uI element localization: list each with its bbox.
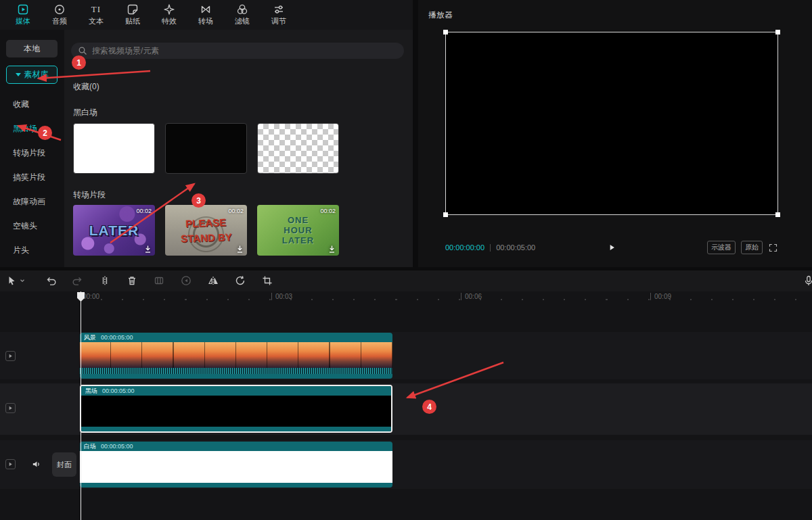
timeline: 00:00 00:03 00:06 00:09 风景 00:00:05:00 黑…	[0, 291, 812, 520]
library-button[interactable]: 素材库	[6, 66, 58, 84]
delete-button[interactable]	[126, 275, 138, 287]
sidebar-item-bw-field[interactable]: 黑白场	[0, 116, 64, 141]
reverse-button[interactable]	[180, 275, 192, 287]
ruler-label: 00:03	[271, 293, 292, 300]
library-category-list: 收藏 黑白场 转场片段 搞笑片段 故障动画 空镜头 片头	[0, 92, 64, 262]
track-toggle-icon[interactable]	[5, 351, 16, 361]
annotation-step-3: 3	[191, 193, 206, 208]
track-toggle-icon[interactable]	[5, 459, 16, 469]
freeze-frame-button[interactable]	[153, 275, 165, 287]
mute-icon[interactable]	[30, 458, 42, 470]
audio-icon	[53, 3, 66, 16]
tab-label: 文本	[89, 16, 104, 26]
media-icon	[17, 3, 29, 16]
player-title: 播放器	[428, 9, 453, 21]
ruler-label: 00:00	[83, 293, 99, 300]
play-button[interactable]	[604, 240, 619, 255]
select-tool-button[interactable]	[5, 275, 18, 287]
clip-header: 风景 00:00:05:00	[80, 333, 392, 342]
caption-line: LATER	[89, 222, 139, 239]
library-content: 搜索视频场景/元素 收藏(0) 黑白场 转场片段 LATER 00:02 PLE…	[64, 30, 413, 267]
rotate-button[interactable]	[234, 275, 246, 287]
mirror-button[interactable]	[207, 275, 219, 287]
tab-label: 贴纸	[125, 16, 140, 26]
tab-text[interactable]: TI 文本	[78, 1, 114, 28]
library-sidebar: 本地 素材库 收藏 黑白场 转场片段 搞笑片段 故障动画 空镜头 片头	[0, 30, 64, 267]
clip-duration: 00:00:05:00	[101, 334, 133, 341]
clip-black-field-selected[interactable]: 黑场 00:00:05:00	[80, 385, 392, 433]
split-button[interactable]	[99, 275, 111, 287]
bw-section-title: 黑白场	[73, 107, 97, 118]
undo-button[interactable]	[45, 275, 57, 287]
tab-media[interactable]: 媒体	[5, 1, 41, 28]
library-button-label: 素材库	[24, 69, 49, 80]
text-icon: TI	[91, 3, 101, 16]
tab-effects[interactable]: 特效	[151, 1, 187, 28]
tab-audio[interactable]: 音频	[41, 1, 78, 28]
fullscreen-icon[interactable]	[768, 243, 778, 253]
time-ruler[interactable]: 00:00 00:03 00:06 00:09	[80, 291, 812, 302]
ruler-label: 00:06	[461, 293, 482, 300]
duration-badge: 00:02	[320, 208, 336, 214]
thumb-white-field[interactable]	[73, 123, 155, 174]
clip-body	[80, 451, 392, 483]
download-icon[interactable]	[143, 245, 152, 254]
thumb-later[interactable]: LATER 00:02	[73, 205, 155, 256]
tab-adjust[interactable]: 调节	[261, 1, 297, 28]
tab-transition[interactable]: 转场	[187, 1, 224, 28]
player-right-controls: 示波器 原始	[707, 241, 778, 254]
download-icon[interactable]	[235, 245, 244, 254]
selection-handle[interactable]	[775, 30, 780, 34]
transition-icon	[200, 3, 212, 16]
clip-scenery[interactable]: 风景 00:00:05:00	[80, 333, 392, 379]
clip-waveform	[80, 368, 392, 374]
duration-badge: 00:02	[228, 208, 244, 214]
search-placeholder: 搜索视频场景/元素	[92, 45, 159, 57]
annotation-step-1: 1	[72, 55, 86, 70]
favorites-section-title: 收藏(0)	[73, 81, 99, 93]
sidebar-item-transition-clips[interactable]: 转场片段	[0, 141, 64, 165]
track-toggle-icon[interactable]	[5, 403, 16, 413]
clip-duration: 00:00:05:00	[102, 387, 135, 394]
clip-footer	[80, 374, 392, 379]
thumb-transparent-field[interactable]	[257, 123, 339, 174]
record-audio-icon[interactable]	[803, 275, 812, 287]
current-time: 00:00:00:00	[445, 243, 484, 252]
selection-handle[interactable]	[775, 212, 780, 217]
scope-button[interactable]: 示波器	[707, 241, 736, 254]
select-tool-dropdown[interactable]	[18, 277, 26, 285]
tab-sticker[interactable]: 贴纸	[114, 1, 151, 28]
sidebar-item-funny-clips[interactable]: 搞笑片段	[0, 165, 64, 189]
download-icon[interactable]	[328, 245, 336, 254]
sidebar-item-glitch-anim[interactable]: 故障动画	[0, 189, 64, 214]
time-divider	[490, 244, 491, 252]
effects-icon	[163, 3, 175, 16]
cover-button[interactable]: 封面	[52, 452, 76, 477]
crop-button[interactable]	[261, 275, 273, 287]
tab-filter[interactable]: 滤镜	[224, 1, 261, 28]
sidebar-item-intro[interactable]: 片头	[0, 238, 64, 262]
redo-button[interactable]	[72, 275, 84, 287]
thumb-black-field[interactable]	[165, 123, 247, 174]
clip-white-field[interactable]: 白场 00:00:05:00	[80, 442, 392, 488]
sidebar-item-empty-shot[interactable]: 空镜头	[0, 214, 64, 238]
search-input[interactable]: 搜索视频场景/元素	[71, 43, 404, 59]
annotation-step-4: 4	[422, 400, 436, 414]
clip-filmstrip	[80, 342, 392, 368]
selection-handle[interactable]	[443, 212, 448, 217]
local-button[interactable]: 本地	[6, 40, 58, 57]
main-nav: 媒体 音频 TI 文本 贴纸 特效	[0, 0, 413, 30]
selection-handle[interactable]	[443, 30, 448, 34]
capcut-window: 媒体 音频 TI 文本 贴纸 特效	[0, 0, 812, 520]
tab-label: 特效	[162, 16, 177, 26]
playhead[interactable]	[81, 291, 81, 520]
caret-down-icon	[16, 73, 21, 76]
sidebar-item-favorites[interactable]: 收藏	[0, 92, 64, 116]
original-ratio-button[interactable]: 原始	[741, 241, 763, 254]
thumb-please-stand-by[interactable]: PLEASE STAND BY 00:02	[165, 205, 247, 256]
video-preview[interactable]	[445, 32, 778, 215]
tab-label: 转场	[198, 16, 213, 26]
thumb-one-hour-later[interactable]: ONE HOUR LATER 00:02	[257, 205, 339, 256]
duration-badge: 00:02	[136, 208, 152, 214]
sticker-icon	[127, 3, 139, 16]
